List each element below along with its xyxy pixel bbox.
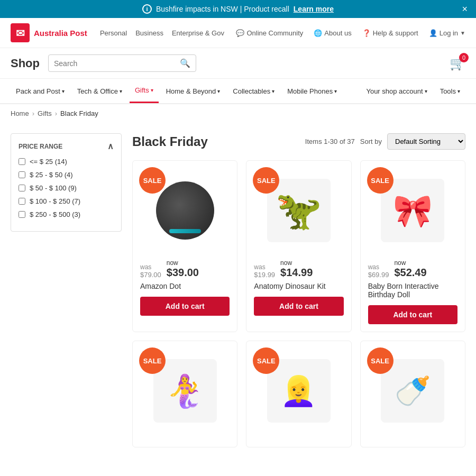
- product-grid: SALE was $79.00 now $39.00 Am: [132, 160, 465, 447]
- about-us-link[interactable]: 🌐 About us: [314, 29, 351, 37]
- filter-checkbox-4[interactable]: [19, 211, 25, 218]
- chevron-down-icon: ▾: [62, 88, 65, 94]
- sale-badge: SALE: [253, 347, 279, 374]
- nav-business[interactable]: Business: [135, 29, 163, 37]
- dino-icon: 🦖: [276, 189, 322, 232]
- top-navigation: ✉ Australia Post Personal Business Enter…: [0, 18, 476, 48]
- filter-option[interactable]: $ 50 - $ 100 (9): [19, 184, 114, 192]
- info-icon: i: [142, 4, 152, 14]
- breadcrumb: Home › Gifts › Black Friday: [0, 104, 476, 123]
- filter-checkbox-2[interactable]: [19, 185, 25, 191]
- product-card: SALE 🦖 was $19.99 now $14.99: [246, 160, 351, 332]
- logo[interactable]: ✉ Australia Post: [11, 23, 87, 42]
- product-card: SALE 🧜‍♀️: [132, 341, 237, 447]
- now-amount: $14.99: [280, 267, 313, 279]
- main-navigation: Pack and Post ▾ Tech & Office ▾ Gifts ▾ …: [0, 79, 476, 104]
- online-community-link[interactable]: 💬 Online Community: [236, 29, 303, 37]
- login-link[interactable]: 👤 Log in ▼: [429, 29, 465, 37]
- cart-icon[interactable]: 🛒 0: [450, 56, 465, 71]
- nav-gifts[interactable]: Gifts ▾: [130, 79, 159, 103]
- filter-label-2: $ 50 - $ 100 (9): [30, 184, 77, 192]
- filter-option[interactable]: $ 25 - $ 50 (4): [19, 171, 114, 179]
- banner-close-button[interactable]: ×: [462, 4, 468, 15]
- filter-checkbox-3[interactable]: [19, 198, 25, 205]
- main-area: Black Friday Items 1-30 of 37 Sort by De…: [132, 133, 465, 447]
- breadcrumb-gifts[interactable]: Gifts: [38, 109, 52, 117]
- nav-pack-and-post[interactable]: Pack and Post ▾: [11, 79, 70, 103]
- top-nav-right: 💬 Online Community 🌐 About us ❓ Help & s…: [236, 29, 465, 37]
- breadcrumb-home[interactable]: Home: [11, 109, 29, 117]
- sale-badge: SALE: [253, 167, 279, 194]
- nav-tools[interactable]: Tools ▾: [435, 80, 465, 103]
- product-card: SALE 🎀 was $69.99 now $52.49: [360, 160, 465, 332]
- sort-bar: Items 1-30 of 37 Sort by Default Sorting…: [305, 133, 465, 150]
- filter-option[interactable]: $ 100 - $ 250 (7): [19, 197, 114, 205]
- was-amount: $69.99: [368, 271, 389, 279]
- nav-mobile-phones[interactable]: Mobile Phones ▾: [282, 79, 342, 103]
- filter-option[interactable]: <= $ 25 (14): [19, 158, 114, 166]
- search-box[interactable]: 🔍: [48, 54, 196, 72]
- price-filter-header: PRICE RANGE ∧: [19, 141, 114, 151]
- price-row: was $19.99 now $14.99: [254, 259, 343, 279]
- now-price-group: now $52.49: [394, 259, 426, 279]
- filter-checkbox-0[interactable]: [19, 158, 25, 165]
- search-button[interactable]: 🔍: [180, 58, 190, 68]
- nav-personal[interactable]: Personal: [100, 29, 127, 37]
- product-name: Anatomy Dinosaur Kit: [254, 282, 343, 290]
- price-row: was $69.99 now $52.49: [368, 259, 457, 279]
- filter-label-3: $ 100 - $ 250 (7): [30, 197, 80, 205]
- chevron-down-icon: ▾: [272, 88, 274, 94]
- nav-home-beyond[interactable]: Home & Beyond ▾: [161, 79, 226, 103]
- nav-collectables[interactable]: Collectables ▾: [227, 79, 280, 103]
- sale-badge: SALE: [367, 167, 393, 194]
- product-card: SALE 👱‍♀️: [246, 341, 351, 447]
- nav-enterprise[interactable]: Enterprise & Gov: [172, 29, 224, 37]
- sidebar: PRICE RANGE ∧ <= $ 25 (14) $ 25 - $ 50 (…: [11, 133, 122, 447]
- chevron-down-icon: ▾: [425, 88, 427, 94]
- nav-shop-account[interactable]: Your shop account ▾: [361, 80, 432, 103]
- breadcrumb-separator: ›: [55, 109, 57, 117]
- sort-label: Sort by: [360, 138, 382, 145]
- chat-icon: 💬: [236, 29, 244, 37]
- was-label: was: [368, 263, 389, 271]
- svg-text:✉: ✉: [16, 28, 25, 39]
- chevron-down-icon: ▾: [217, 88, 220, 94]
- question-icon: ❓: [362, 29, 371, 37]
- now-amount: $52.49: [394, 267, 426, 279]
- user-icon: 👤: [429, 29, 437, 37]
- help-support-link[interactable]: ❓ Help & support: [362, 29, 418, 37]
- add-to-cart-button[interactable]: Add to cart: [140, 297, 230, 316]
- now-label: now: [280, 259, 313, 267]
- price-row: was $79.00 now $39.00: [140, 259, 230, 279]
- hair-icon: 👱‍♀️: [280, 374, 317, 408]
- filter-label-1: $ 25 - $ 50 (4): [30, 171, 73, 179]
- sale-badge: SALE: [367, 347, 393, 374]
- add-to-cart-button[interactable]: Add to cart: [368, 305, 457, 324]
- doll-icon: 🎀: [393, 192, 433, 230]
- banner-message: Bushfire impacts in NSW | Product recall: [156, 5, 289, 13]
- nav-tech-office[interactable]: Tech & Office ▾: [72, 79, 127, 103]
- page-heading: Black Friday Items 1-30 of 37 Sort by De…: [132, 133, 465, 150]
- learn-more-link[interactable]: Learn more: [294, 5, 334, 13]
- was-label: was: [140, 263, 161, 271]
- search-icon: 🔍: [180, 59, 190, 68]
- baby-icon: 🍼: [395, 374, 431, 408]
- shop-title: Shop: [11, 57, 40, 70]
- globe-icon: 🌐: [314, 29, 322, 37]
- filter-checkbox-1[interactable]: [19, 171, 25, 178]
- filter-label-0: <= $ 25 (14): [30, 158, 67, 166]
- page-content: PRICE RANGE ∧ <= $ 25 (14) $ 25 - $ 50 (…: [0, 123, 476, 458]
- price-range-label: PRICE RANGE: [19, 143, 62, 150]
- sort-select[interactable]: Default SortingPrice: Low to HighPrice: …: [387, 133, 465, 150]
- filter-toggle-button[interactable]: ∧: [107, 141, 114, 151]
- search-input[interactable]: [54, 59, 180, 68]
- add-to-cart-button[interactable]: Add to cart: [254, 297, 343, 316]
- amazon-dot-image: [156, 181, 214, 240]
- now-price-group: now $14.99: [280, 259, 313, 279]
- filter-option[interactable]: $ 250 - $ 500 (3): [19, 210, 114, 218]
- breadcrumb-current: Black Friday: [60, 109, 98, 117]
- now-label: now: [394, 259, 426, 267]
- was-label: was: [254, 263, 275, 271]
- was-price-group: was $19.99: [254, 263, 275, 279]
- chevron-down-icon: ▾: [457, 88, 460, 94]
